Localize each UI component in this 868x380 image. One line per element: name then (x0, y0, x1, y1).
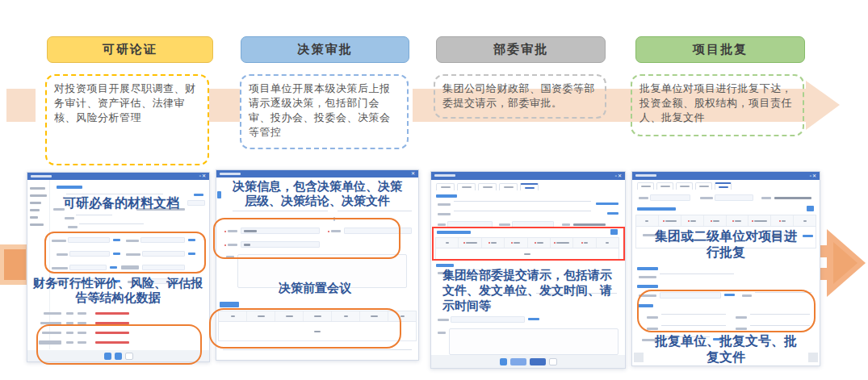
highlight-oval-approval-fields (637, 290, 816, 332)
table-header-row (636, 215, 816, 227)
field-underline[interactable] (79, 223, 144, 224)
tab-item[interactable] (676, 182, 693, 190)
close-icon[interactable]: ✕ (411, 170, 416, 177)
sidebar-item[interactable] (30, 202, 41, 204)
stage-desc-text: 对投资项目开展尽职调查、财务审计、资产评估、法律审核、风险分析管理 (54, 82, 196, 123)
sidebar-item[interactable] (30, 194, 47, 197)
annotation-pre-meeting: 决策前置会议 (250, 281, 379, 295)
link-placeholder[interactable] (607, 212, 619, 215)
field-label (438, 213, 451, 215)
table-header-cell[interactable] (681, 215, 704, 226)
input-placeholder[interactable] (451, 316, 525, 323)
tab-item[interactable] (695, 182, 712, 190)
value-placeholder (78, 312, 86, 315)
link-placeholder[interactable] (528, 318, 539, 320)
stage-desc-approval: 批复单位对项目进行批复下达，投资金额、股权结构，项目责任人、批复文件 (631, 74, 804, 136)
window-title-placeholder (220, 173, 241, 175)
field-underline[interactable] (338, 211, 412, 211)
sidebar-item[interactable] (30, 223, 44, 226)
tab-item[interactable] (478, 183, 497, 190)
footer-button[interactable] (500, 358, 507, 365)
annotation-decision-info: 决策信息，包含决策单位、决策层级、决策结论、决策文件 (233, 179, 402, 209)
section-label (436, 264, 454, 267)
flow-band-left (6, 89, 36, 122)
field-underline[interactable] (454, 211, 591, 211)
scroll-corner (808, 353, 818, 362)
section-label (637, 285, 658, 288)
tab-item[interactable] (457, 183, 476, 190)
table-header-cell[interactable] (659, 215, 681, 226)
input-placeholder[interactable] (650, 194, 690, 201)
stage-title: 部委审批 (493, 42, 548, 57)
scroll-corner (634, 353, 644, 362)
stage-header-feasibility: 可研论证 (47, 36, 213, 63)
close-icon[interactable]: ▫✕ (810, 172, 817, 180)
field-label (499, 223, 510, 226)
table-header-cell[interactable] (771, 215, 794, 226)
action-bar (431, 355, 625, 368)
field-label (65, 217, 74, 219)
tab-item-active[interactable] (520, 183, 539, 190)
upload-link[interactable] (194, 194, 203, 196)
table-header-cell[interactable] (748, 215, 771, 226)
tab-item[interactable] (499, 183, 518, 190)
tab-item[interactable] (436, 183, 455, 190)
close-icon[interactable]: ▫✕ (199, 173, 207, 180)
table-header-cell[interactable] (727, 215, 749, 226)
annotation-structured-data: 财务可行性评价、风险、评估报告等结构化数据 (32, 276, 203, 306)
close-icon[interactable]: ▫✕ (615, 172, 623, 180)
divider (223, 349, 412, 350)
section-label (637, 207, 676, 211)
add-row-button[interactable] (807, 206, 814, 211)
link-placeholder[interactable] (803, 235, 813, 237)
tab-item[interactable] (656, 182, 673, 190)
tab-bar (436, 183, 539, 190)
stage-desc-text: 批复单位对项目进行批复下达，投资金额、股权结构，项目责任人、批复文件 (639, 82, 792, 123)
tab-item-active[interactable] (715, 182, 732, 190)
input-placeholder[interactable] (715, 194, 753, 201)
stage-title: 可研论证 (103, 42, 157, 57)
highlight-oval-reports (36, 324, 202, 365)
textarea-placeholder[interactable] (449, 328, 619, 355)
stage-header-decision: 决策审批 (241, 36, 409, 63)
annotation-group-approval: 集团或二级单位对项目进行批复 (654, 228, 798, 260)
submit-button[interactable] (530, 358, 546, 365)
stage-desc-ministry: 集团公司给财政部、国资委等部委提交请示，部委审批。 (434, 74, 606, 119)
footer-button[interactable] (510, 358, 526, 365)
field-underline[interactable] (454, 201, 591, 202)
highlight-rect-request-table (432, 227, 625, 261)
table-header-cell[interactable] (636, 215, 659, 226)
table-header-cell[interactable] (704, 215, 727, 226)
tab-bar (637, 182, 732, 190)
field-label (761, 197, 771, 199)
field-label (562, 223, 570, 226)
field-underline[interactable] (233, 211, 328, 211)
footer-button[interactable] (549, 358, 557, 365)
field-label (438, 223, 446, 226)
stage-desc-feasibility: 对投资项目开展尽职调查、财务审计、资产评估、法律审核、风险分析管理 (45, 74, 209, 165)
field-underline[interactable] (76, 215, 112, 215)
section-chip[interactable] (220, 302, 239, 307)
sidebar-item[interactable] (30, 216, 38, 219)
field-underline[interactable] (66, 194, 163, 194)
sidebar-item[interactable] (30, 187, 45, 190)
tab-item[interactable] (637, 182, 654, 190)
sidebar-item[interactable] (30, 209, 40, 211)
window-titlebar: ▫✕ (27, 173, 209, 180)
table-header-cell[interactable] (794, 215, 816, 226)
stage-desc-decision: 项目单位开展本级决策后上报请示逐级决策，包括部门会审、投办会、投委会、决策会等管… (240, 74, 409, 149)
section-link[interactable] (57, 186, 82, 189)
field-underline[interactable] (660, 274, 734, 274)
stage-header-approval: 项目批复 (635, 36, 805, 63)
stage-desc-text: 集团公司给财政部、国资委等部委提交请示，部委审批。 (442, 82, 595, 109)
field-label (438, 319, 449, 321)
value-placeholder (66, 312, 73, 315)
value-placeholder (573, 223, 606, 226)
stage-header-ministry: 部委审批 (436, 36, 606, 63)
process-flow-diagram: 可研论证 决策审批 部委审批 项目批复 对投资项目开展尽职调查、财务审计、资产评… (0, 0, 868, 380)
section-label (637, 267, 658, 270)
annotation-feasibility-docs: 可研必备的材料文档 (48, 195, 194, 211)
link-placeholder[interactable] (596, 203, 619, 205)
highlight-oval-meeting-table (209, 308, 401, 349)
sidebar-toggle-icon[interactable] (217, 191, 221, 198)
